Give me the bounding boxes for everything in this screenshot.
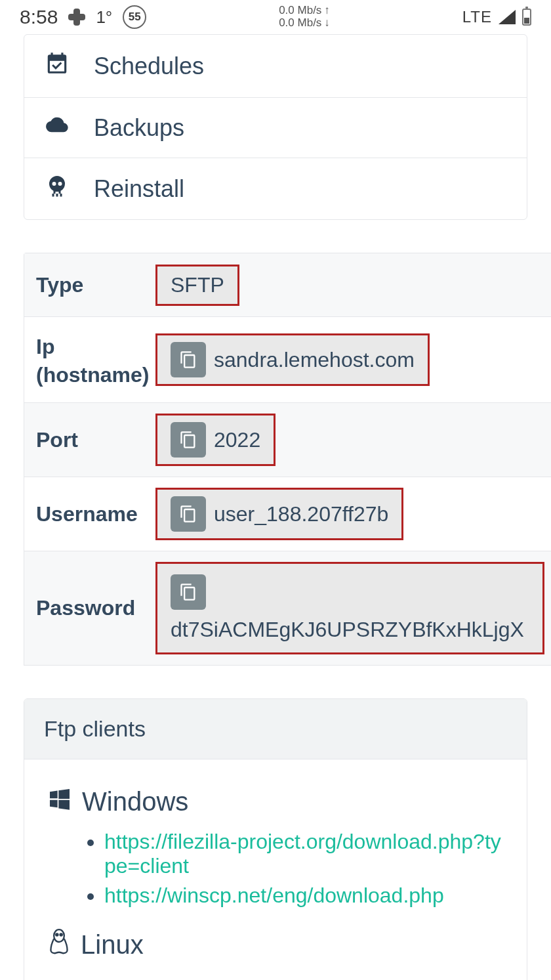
skull-icon: [43, 174, 71, 203]
statusbar: 8:58 1° 55 0.0 Mb/s↑ 0.0 Mb/s↓ LTE: [0, 0, 551, 34]
credentials-table: Type SFTP Ip (hostname) sandra.lemehost.…: [24, 253, 551, 666]
menu-list: Schedules Backups Reinstall: [24, 34, 527, 220]
network-type: LTE: [462, 8, 492, 26]
cloud-icon: [43, 114, 71, 142]
menu-item-schedules[interactable]: Schedules: [24, 35, 527, 97]
menu-label: Backups: [94, 114, 184, 142]
svg-point-3: [54, 930, 64, 943]
svg-point-4: [56, 934, 58, 936]
badge-55: 55: [123, 5, 146, 29]
linux-icon: [47, 927, 71, 962]
network-speed: 0.0 Mb/s↑ 0.0 Mb/s↓: [146, 5, 462, 29]
menu-item-backups[interactable]: Backups: [24, 97, 527, 158]
menu-label: Reinstall: [94, 175, 184, 203]
cred-value-password: dt7SiACMEgKJ6UPSRZYBfKxHkLjgX: [155, 562, 544, 654]
temperature: 1°: [96, 7, 112, 28]
battery-icon: [522, 9, 531, 26]
menu-item-reinstall[interactable]: Reinstall: [24, 158, 527, 219]
cred-label: Ip (hostname): [24, 317, 155, 402]
cred-label: Type: [24, 253, 155, 316]
copy-button[interactable]: [171, 574, 206, 610]
calendar-check-icon: [43, 51, 71, 81]
windows-icon: [47, 786, 73, 818]
cred-row-password: Password dt7SiACMEgKJ6UPSRZYBfKxHkLjgX: [24, 551, 551, 665]
svg-point-5: [60, 934, 62, 936]
list-item: https://winscp.net/eng/download.php: [104, 884, 504, 908]
svg-rect-0: [52, 194, 54, 197]
svg-rect-2: [60, 194, 62, 197]
link-filezilla[interactable]: https://filezilla-project.org/download.p…: [104, 830, 501, 878]
cred-value-port: 2022: [155, 414, 276, 466]
cred-row-ip: Ip (hostname) sandra.lemehost.com: [24, 316, 551, 402]
list-item: https://filezilla-project.org/download.p…: [104, 830, 504, 878]
copy-button[interactable]: [171, 342, 206, 377]
cred-value-type: SFTP: [155, 265, 239, 306]
ftp-clients-card: Ftp clients Windows https://filezilla-pr…: [24, 698, 527, 980]
copy-button[interactable]: [171, 496, 206, 532]
card-header: Ftp clients: [24, 699, 527, 759]
os-linux-heading: Linux: [47, 927, 504, 962]
cred-value-username: user_188.207ff27b: [155, 488, 403, 540]
os-windows-heading: Windows: [47, 786, 504, 818]
copy-button[interactable]: [171, 422, 206, 458]
cred-value-ip: sandra.lemehost.com: [155, 333, 430, 386]
svg-rect-1: [56, 194, 58, 197]
cred-row-type: Type SFTP: [24, 253, 551, 316]
clock: 8:58: [20, 6, 58, 28]
cred-label: Port: [24, 403, 155, 477]
windows-links: https://filezilla-project.org/download.p…: [104, 830, 504, 908]
link-winscp[interactable]: https://winscp.net/eng/download.php: [104, 884, 444, 907]
cred-label: Password: [24, 551, 155, 665]
menu-label: Schedules: [94, 53, 204, 80]
cred-row-port: Port 2022: [24, 402, 551, 477]
cred-label: Username: [24, 477, 155, 551]
slack-icon: [68, 9, 85, 26]
cred-row-username: Username user_188.207ff27b: [24, 477, 551, 551]
signal-icon: [499, 10, 516, 24]
